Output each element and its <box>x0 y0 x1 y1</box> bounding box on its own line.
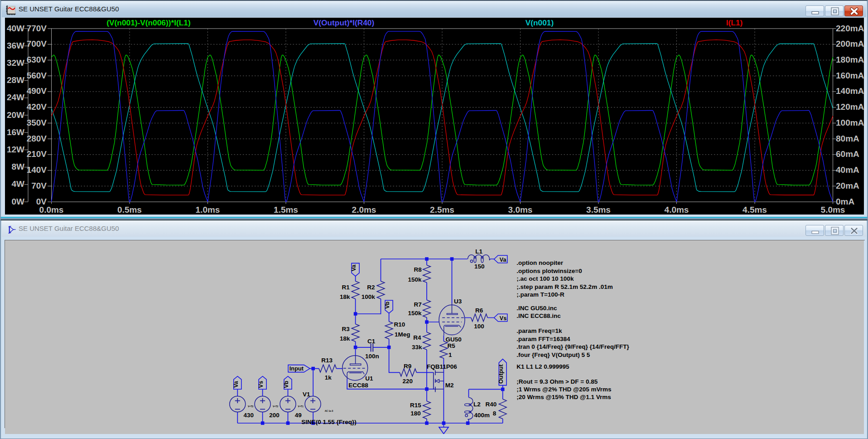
svg-text:0.0ms: 0.0ms <box>39 205 64 215</box>
svg-text:U1: U1 <box>365 375 373 382</box>
svg-text:150k: 150k <box>408 276 422 283</box>
svg-text:Va: Va <box>351 264 357 271</box>
svg-text:12W: 12W <box>7 145 24 154</box>
svg-text:R7: R7 <box>414 301 422 308</box>
svg-text:430: 430 <box>244 412 254 419</box>
svg-text:L1: L1 <box>475 248 482 255</box>
svg-text:1Meg: 1Meg <box>395 331 410 338</box>
svg-text:220: 220 <box>403 378 413 385</box>
svg-text:140V: 140V <box>27 165 47 175</box>
svg-text:R15: R15 <box>410 402 421 409</box>
svg-text:R13: R13 <box>321 357 333 364</box>
svg-text:8W: 8W <box>12 162 25 171</box>
svg-text:560V: 560V <box>27 71 47 80</box>
svg-text:R3: R3 <box>342 326 350 332</box>
svg-text:5.0ms: 5.0ms <box>821 205 845 215</box>
svg-text:490V: 490V <box>27 86 47 96</box>
svg-text:R1: R1 <box>342 284 350 291</box>
svg-text:16W: 16W <box>7 127 24 137</box>
svg-text:0W: 0W <box>12 197 25 206</box>
svg-text:R2: R2 <box>367 284 375 291</box>
svg-text:1.5ms: 1.5ms <box>274 205 298 215</box>
svg-text:280V: 280V <box>27 134 47 143</box>
svg-text:Vb: Vb <box>283 380 289 388</box>
svg-text:.param FFT=16384: .param FFT=16384 <box>516 336 570 342</box>
svg-text:ECC88: ECC88 <box>348 382 368 389</box>
svg-text:33k: 33k <box>412 344 422 351</box>
svg-text:R9: R9 <box>404 363 411 370</box>
svg-text:M2: M2 <box>445 382 454 389</box>
svg-text:;Rout = 9.3 Ohm > DF = 0.85: ;Rout = 9.3 Ohm > DF = 0.85 <box>516 378 598 385</box>
svg-text:80mA: 80mA <box>836 134 859 143</box>
svg-text:18k: 18k <box>340 293 350 300</box>
svg-text:U3: U3 <box>454 298 462 305</box>
svg-text:40W: 40W <box>7 24 24 33</box>
svg-text:350V: 350V <box>27 118 47 127</box>
svg-text:1.0ms: 1.0ms <box>196 205 220 215</box>
svg-text:2.5ms: 2.5ms <box>430 205 454 215</box>
svg-text:AC 1e-3: AC 1e-3 <box>325 410 333 412</box>
svg-text:150k: 150k <box>408 310 422 317</box>
svg-text:Vs: Vs <box>500 315 506 322</box>
svg-text:.option noopiter: .option noopiter <box>516 259 563 266</box>
svg-text:Vb: Vb <box>384 301 391 308</box>
svg-text:220mA: 220mA <box>836 24 864 33</box>
svg-text:R8: R8 <box>414 266 422 273</box>
svg-text:150: 150 <box>474 263 485 270</box>
svg-text:3.5ms: 3.5ms <box>586 205 611 215</box>
svg-text:210V: 210V <box>27 149 47 159</box>
svg-text:V1: V1 <box>303 391 310 398</box>
svg-text:.INC GU50.inc: .INC GU50.inc <box>516 305 557 312</box>
svg-text:GU50: GU50 <box>446 336 462 343</box>
svg-text:100k: 100k <box>362 293 376 300</box>
svg-text:V(n001): V(n001) <box>526 18 554 27</box>
svg-text:4.5ms: 4.5ms <box>743 205 767 215</box>
svg-text:2.0ms: 2.0ms <box>352 205 376 215</box>
svg-text:I(L1): I(L1) <box>726 18 743 27</box>
svg-text:R6: R6 <box>475 307 483 314</box>
svg-text:R10: R10 <box>394 321 405 328</box>
svg-text:;.param T=100-R: ;.param T=100-R <box>516 291 564 298</box>
svg-text:Va: Va <box>500 257 507 263</box>
svg-text:R4: R4 <box>413 334 421 341</box>
svg-text:18k: 18k <box>340 335 350 342</box>
svg-text:V=T3: V=T3 <box>248 405 253 408</box>
svg-text:Output: Output <box>497 364 504 384</box>
svg-text:4W: 4W <box>12 179 25 189</box>
svg-text:20W: 20W <box>7 110 24 120</box>
svg-text:1: 1 <box>448 351 452 358</box>
svg-text:Input: Input <box>289 365 304 372</box>
svg-text:(V(n001)-V(n006))*I(L1): (V(n001)-V(n006))*I(L1) <box>106 18 190 27</box>
svg-text:49: 49 <box>295 412 302 419</box>
svg-text:R40: R40 <box>486 401 497 408</box>
svg-text:;1 Wrms @2% THD @205 mVrms: ;1 Wrms @2% THD @205 mVrms <box>516 386 611 393</box>
svg-text:630V: 630V <box>27 55 47 64</box>
svg-text:;.step param R 52.1m 52.2m .01: ;.step param R 52.1m 52.2m .01m <box>516 283 612 290</box>
svg-text:32W: 32W <box>7 58 24 68</box>
svg-text:4.0ms: 4.0ms <box>665 205 689 215</box>
svg-text:FQB11P06: FQB11P06 <box>427 363 457 370</box>
svg-text:Vs: Vs <box>258 381 264 388</box>
svg-text:K1 L1 L2 0.999995: K1 L1 L2 0.999995 <box>516 363 569 370</box>
svg-text:C1: C1 <box>367 338 376 345</box>
svg-text:20mA: 20mA <box>836 181 859 190</box>
svg-text:120mA: 120mA <box>836 102 864 112</box>
svg-text:V=T1: V=T1 <box>298 405 304 408</box>
svg-text:1k: 1k <box>325 374 332 381</box>
svg-text:200: 200 <box>269 412 280 419</box>
svg-text:.four {Freq} V(Output) 5 5: .four {Freq} V(Output) 5 5 <box>516 351 590 358</box>
svg-text:.param Freq=1k: .param Freq=1k <box>516 327 562 334</box>
svg-text:V(Output)*I(R40): V(Output)*I(R40) <box>313 18 374 27</box>
svg-text:60mA: 60mA <box>836 149 859 159</box>
svg-text:.tran 0 {14/Freq} {9/Freq} {14: .tran 0 {14/Freq} {9/Freq} {14/Freq/FFT} <box>516 343 629 350</box>
svg-text:V=T2: V=T2 <box>273 405 278 408</box>
svg-text:40mA: 40mA <box>836 165 859 175</box>
svg-text:24W: 24W <box>7 93 24 102</box>
svg-text:100n: 100n <box>365 353 379 360</box>
svg-text:160mA: 160mA <box>836 71 864 80</box>
svg-text:400m: 400m <box>474 412 490 419</box>
svg-text:100mA: 100mA <box>836 118 864 127</box>
svg-text:;.ac oct 100 10 100k: ;.ac oct 100 10 100k <box>516 275 574 282</box>
svg-text:SINE(0 1.55 {Freq}): SINE(0 1.55 {Freq}) <box>301 419 357 425</box>
svg-text:28W: 28W <box>7 75 24 85</box>
